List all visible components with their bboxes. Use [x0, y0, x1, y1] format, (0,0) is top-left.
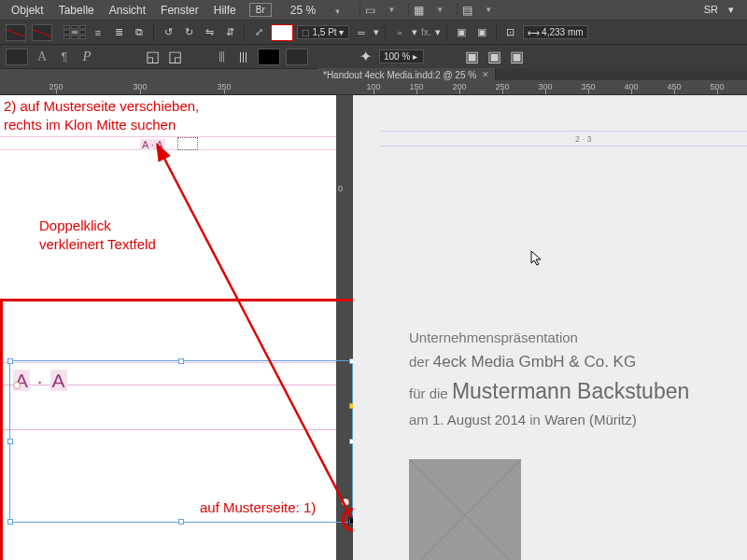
workspace-switcher[interactable]: SR ▾	[689, 4, 743, 16]
page-marker-small: A · A	[140, 139, 165, 150]
resize-icon[interactable]: ⤢	[250, 24, 267, 41]
document-page[interactable]: 2 · 3 Unternehmenspräsentation der 4eck …	[353, 95, 747, 560]
selection-dotted	[177, 137, 198, 150]
menu-bar: Objekt Tabelle Ansicht Fenster Hilfe Br …	[0, 0, 747, 21]
link-icon[interactable]: ⧉	[131, 24, 148, 41]
dist2-icon[interactable]: ⫼	[235, 49, 252, 65]
container-fill-icon[interactable]	[271, 24, 293, 41]
svg-line-2	[409, 459, 521, 560]
rotate-cw-icon[interactable]: ↻	[180, 24, 197, 41]
effects-icon[interactable]: ▫	[391, 24, 408, 41]
width-field[interactable]: ⟷ 4,233 mm	[523, 25, 588, 39]
reference-point[interactable]	[63, 25, 86, 40]
annotation-step1: auf Musterseite: 1)	[200, 498, 316, 517]
flip-v-icon[interactable]: ⇵	[221, 24, 238, 41]
menu-ansicht[interactable]: Ansicht	[102, 4, 153, 17]
fill-black-swatch[interactable]	[258, 49, 280, 65]
menu-objekt[interactable]: Objekt	[4, 4, 51, 17]
corner2-icon[interactable]: ◲	[166, 49, 183, 65]
ruler-horizontal[interactable]: 250 300 350 100 150 200 250 300 350 400 …	[0, 80, 747, 95]
align-left-icon[interactable]: ≡	[90, 24, 106, 41]
wrap2-icon[interactable]: ▣	[486, 49, 502, 65]
stroke-style-icon[interactable]: ═	[353, 24, 370, 41]
menu-fenster[interactable]: Fenster	[153, 4, 206, 17]
image-placeholder[interactable]	[409, 459, 521, 560]
presentation-text: Unternehmenspräsentation der 4eck Media …	[409, 327, 689, 431]
svg-line-1	[409, 459, 521, 560]
master-page-left[interactable]: 2) auf Musterseite verschieben,rechts im…	[0, 95, 336, 560]
page-number: 2 · 3	[575, 134, 592, 144]
control-bar-row1: ≡ ≣ ⧉ ↺ ↻ ⇋ ⇵ ⤢ ⬚ 1,5 Pt ▾ ═▾ ▫▾ fx.▾ ▣ …	[0, 21, 747, 45]
annotation-step2: 2) auf Musterseite verschieben,rechts im…	[4, 97, 199, 135]
opacity-field[interactable]: 100 % ▸	[379, 49, 424, 63]
corner-icon[interactable]: ◱	[144, 49, 161, 65]
arrange-icon[interactable]: ▤	[457, 3, 477, 18]
text-wrap-none-icon[interactable]: ▣	[453, 24, 470, 41]
menu-tabelle[interactable]: Tabelle	[51, 4, 102, 17]
document-tab[interactable]: *Handout 4eck Media.indd:2 @ 25 %✕	[317, 68, 496, 81]
char-icon[interactable]: A	[34, 49, 50, 65]
crop-icon[interactable]: ⊡	[502, 24, 519, 41]
workspace: *Handout 4eck Media.indd:2 @ 25 %✕ 250 3…	[0, 69, 747, 560]
annotation-doubleclick: Doppelklickverkleinert Textfeld	[39, 217, 156, 255]
menu-hilfe[interactable]: Hilfe	[206, 4, 244, 17]
document-tab-bar: *Handout 4eck Media.indd:2 @ 25 %✕	[317, 68, 747, 81]
screen-mode-icon[interactable]: ▦	[408, 3, 429, 18]
para-icon[interactable]: ¶	[56, 49, 73, 65]
bridge-button[interactable]: Br	[249, 3, 272, 17]
star-icon[interactable]: ✦	[357, 49, 374, 65]
wrap1-icon[interactable]: ▣	[463, 49, 480, 65]
type-tool-icon[interactable]: P	[78, 49, 95, 65]
wrap3-icon[interactable]: ▣	[508, 49, 525, 65]
dist-icon[interactable]: ⫴	[213, 49, 230, 65]
flip-h-icon[interactable]: ⇋	[201, 24, 218, 41]
fill-swatch[interactable]	[6, 24, 26, 41]
align-center-icon[interactable]: ≣	[110, 24, 127, 41]
text-wrap-bound-icon[interactable]: ▣	[473, 24, 490, 41]
fill-none-swatch[interactable]	[286, 49, 308, 65]
close-icon[interactable]: ✕	[482, 70, 489, 79]
stroke-swatch[interactable]	[32, 24, 52, 41]
view-mode-icon[interactable]: ▭	[359, 3, 380, 18]
para-style-swatch[interactable]	[6, 49, 28, 65]
control-bar-row2: A ¶ P ◱ ◲ ⫴ ⫼ ✦ 100 % ▸ ▣ ▣ ▣	[0, 45, 747, 69]
stroke-weight-field[interactable]: ⬚ 1,5 Pt ▾	[297, 25, 349, 39]
zoom-level[interactable]: 25 % ▼	[277, 4, 355, 17]
rotate-ccw-icon[interactable]: ↺	[160, 24, 176, 41]
cursor-arrow-icon	[530, 250, 543, 270]
